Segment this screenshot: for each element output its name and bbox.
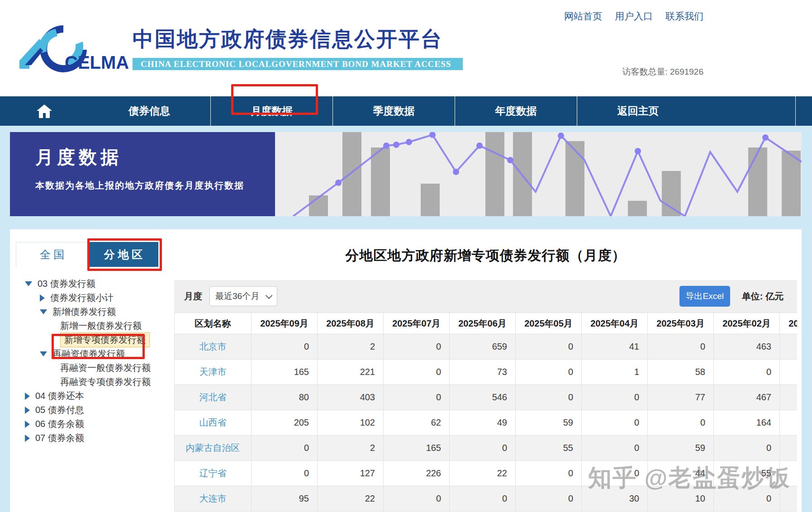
nav-item[interactable]: 月度数据: [210, 96, 332, 126]
value-cell: 2: [318, 334, 384, 360]
tree-item[interactable]: 债券发行额小计: [10, 291, 173, 305]
value-cell: 0: [384, 385, 450, 410]
period-select-value: 最近36个月: [215, 290, 259, 302]
value-cell: 1: [582, 360, 648, 385]
category-tree: 03 债券发行额债券发行额小计新增债券发行额新增一般债券发行额新增专项债券发行额…: [10, 277, 173, 445]
column-header: 区划名称: [175, 313, 252, 334]
value-cell: 0: [648, 334, 714, 360]
column-header: 2025年07月: [384, 313, 450, 334]
nav-home-button[interactable]: [0, 96, 88, 126]
column-header: 2025年04月: [582, 313, 648, 334]
nav-filler: [699, 96, 795, 126]
tab-by-region[interactable]: 分 地 区: [88, 242, 158, 267]
value-cell: 30: [582, 486, 648, 512]
tree-item[interactable]: 新增专项债券发行额: [10, 333, 173, 347]
value-cell-clipped: [780, 486, 798, 512]
table-row: 辽宁省012722622004455: [175, 461, 798, 486]
table-row: 大连市952200030100: [175, 486, 798, 512]
top-links: 网站首页用户入口联系我们: [564, 10, 703, 23]
triangle-right-icon[interactable]: [25, 407, 30, 414]
value-cell: 80: [252, 385, 318, 410]
visitor-counter: 访客数总量: 2691926: [622, 66, 703, 78]
tree-item-label: 再融资债券发行额: [52, 348, 125, 360]
value-cell: 22: [450, 461, 516, 486]
celma-logo-icon: CELMA: [16, 22, 129, 77]
tree-item[interactable]: 再融资专项债券发行额: [10, 375, 173, 389]
value-cell: 77: [648, 385, 714, 410]
value-cell: 58: [648, 360, 714, 385]
value-cell: 0: [384, 334, 450, 360]
top-link[interactable]: 联系我们: [665, 10, 703, 23]
export-excel-button[interactable]: 导出Excel: [679, 286, 730, 307]
triangle-right-icon[interactable]: [25, 393, 30, 400]
tree-item[interactable]: 新增一般债券发行额: [10, 319, 173, 333]
value-cell: 463: [714, 334, 780, 360]
tree-item-label: 再融资一般债券发行额: [60, 362, 151, 374]
triangle-down-icon[interactable]: [40, 351, 47, 356]
tree-item-label: 03 债券发行额: [38, 278, 95, 290]
tree-item[interactable]: 再融资债券发行额: [10, 347, 173, 361]
tree-item-label: 再融资专项债券发行额: [60, 376, 151, 388]
tree-item[interactable]: 03 债券发行额: [10, 277, 173, 291]
region-link[interactable]: 天津市: [175, 360, 252, 385]
triangle-right-icon[interactable]: [25, 435, 30, 442]
value-cell: 10: [648, 486, 714, 512]
value-cell: 659: [450, 334, 516, 360]
top-link[interactable]: 网站首页: [564, 10, 602, 23]
top-link[interactable]: 用户入口: [615, 10, 653, 23]
region-link[interactable]: 内蒙古自治区: [175, 436, 252, 461]
value-cell: 0: [516, 385, 582, 410]
value-cell: 164: [714, 410, 780, 436]
value-cell: 0: [516, 360, 582, 385]
tree-item[interactable]: 04 债券还本: [10, 389, 173, 403]
tree-item[interactable]: 07 债券余额: [10, 431, 173, 445]
value-cell: 22: [318, 486, 384, 512]
region-link[interactable]: 辽宁省: [175, 461, 252, 486]
main-nav: 债券信息月度数据季度数据年度数据返回主页: [0, 96, 812, 126]
tree-item[interactable]: 06 债务余额: [10, 417, 173, 431]
value-cell: 0: [252, 436, 318, 461]
value-cell: 403: [318, 385, 384, 410]
triangle-down-icon[interactable]: [40, 309, 47, 314]
table-toolbar: 月度 最近36个月 导出Excel 单位: 亿元: [174, 280, 797, 313]
nav-item[interactable]: 季度数据: [332, 96, 455, 126]
nav-filler-end: [795, 96, 812, 126]
period-select[interactable]: 最近36个月: [209, 286, 277, 306]
region-link[interactable]: 河北省: [175, 385, 252, 410]
site-subtitle: CHINA ELECTRONIC LOCALGOVERNMENT BOND MA…: [133, 58, 463, 70]
nav-item[interactable]: 债券信息: [88, 96, 210, 126]
nav-item[interactable]: 返回主页: [577, 96, 699, 126]
table-row: 北京市0206590410463: [175, 334, 798, 360]
value-cell: 0: [582, 436, 648, 461]
tree-item[interactable]: 新增债券发行额: [10, 305, 173, 319]
value-cell-clipped: [780, 360, 798, 385]
value-cell: 49: [450, 410, 516, 436]
nav-item[interactable]: 年度数据: [455, 96, 577, 126]
tree-item-label: 新增债券发行额: [52, 306, 116, 318]
tab-national[interactable]: 全 国: [16, 242, 88, 267]
triangle-right-icon[interactable]: [40, 294, 45, 302]
tree-item-label: 债券发行额小计: [50, 292, 114, 304]
tree-item[interactable]: 再融资一般债券发行额: [10, 361, 173, 375]
banner-text-panel: 月度数据 本数据为各地上报的地方政府债务月度执行数据: [10, 132, 275, 216]
table-header-row: 区划名称2025年09月2025年08月2025年07月2025年06月2025…: [175, 313, 798, 334]
value-cell: 0: [450, 486, 516, 512]
value-cell: 165: [252, 360, 318, 385]
region-link[interactable]: 山西省: [175, 410, 252, 436]
value-cell: 0: [384, 360, 450, 385]
triangle-right-icon[interactable]: [25, 421, 30, 428]
column-header: 2025年05月: [516, 313, 582, 334]
data-table: 区划名称2025年09月2025年08月2025年07月2025年06月2025…: [174, 313, 797, 512]
tree-item[interactable]: 05 债券付息: [10, 403, 173, 417]
nav-items: 债券信息月度数据季度数据年度数据返回主页: [88, 96, 699, 126]
banner-chart-svg: [275, 132, 802, 216]
region-link[interactable]: 北京市: [175, 334, 252, 360]
tree-item-label: 05 债券付息: [35, 404, 84, 416]
site-title: 中国地方政府债券信息公开平台: [133, 25, 463, 53]
value-cell: 205: [252, 410, 318, 436]
triangle-down-icon[interactable]: [25, 281, 32, 286]
value-cell: 0: [450, 436, 516, 461]
data-table-container: 区划名称2025年09月2025年08月2025年07月2025年06月2025…: [174, 313, 797, 512]
region-link[interactable]: 大连市: [175, 486, 252, 512]
value-cell: 546: [450, 385, 516, 410]
